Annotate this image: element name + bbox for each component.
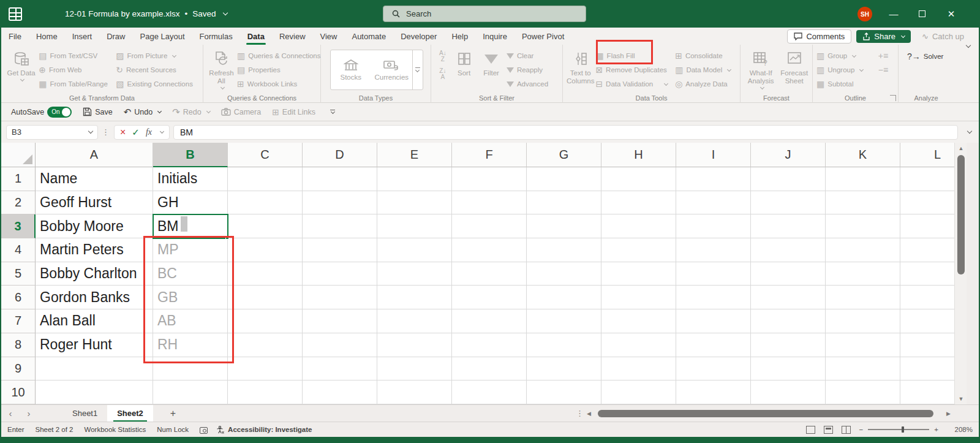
tab-file[interactable]: File — [1, 28, 29, 45]
cell-F10[interactable] — [452, 381, 527, 404]
cell-C7[interactable] — [228, 309, 303, 333]
cell-D3[interactable] — [303, 214, 377, 238]
cell-H4[interactable] — [601, 238, 676, 262]
next-sheet-arrow[interactable]: › — [20, 408, 38, 418]
cell-K5[interactable] — [826, 262, 900, 286]
cell-F7[interactable] — [452, 309, 527, 333]
consolidate-button[interactable]: ⊞Consolidate — [675, 50, 737, 61]
cell-K8[interactable] — [826, 333, 900, 357]
cell-F8[interactable] — [452, 333, 527, 357]
row-header-2[interactable]: 2 — [1, 191, 36, 215]
cell-J2[interactable] — [751, 191, 826, 215]
tab-review[interactable]: Review — [272, 28, 313, 45]
cell-F6[interactable] — [452, 286, 527, 309]
normal-view-button[interactable] — [806, 426, 815, 434]
tab-insert[interactable]: Insert — [65, 28, 100, 45]
cell-L9[interactable] — [900, 357, 954, 381]
cell-L5[interactable] — [900, 262, 954, 286]
cell-B9[interactable] — [153, 357, 228, 381]
cell-L6[interactable] — [900, 286, 954, 309]
close-button[interactable]: ✕ — [937, 0, 965, 28]
from-picture-button[interactable]: ▨From Picture — [116, 50, 200, 61]
cell-J4[interactable] — [751, 238, 826, 262]
cell-L3[interactable] — [900, 214, 954, 238]
zoom-slider[interactable]: − + — [859, 426, 938, 433]
from-text-csv-button[interactable]: ▤From Text/CSV — [39, 50, 115, 61]
sheet-count-indicator[interactable]: Sheet 2 of 2 — [36, 426, 74, 433]
qat-overflow-button[interactable] — [330, 110, 335, 114]
cell-A4[interactable]: Martin Peters — [36, 238, 153, 262]
horizontal-scrollbar[interactable]: ◀ ▶ — [587, 409, 954, 418]
cell-A7[interactable]: Alan Ball — [36, 309, 153, 333]
cell-I3[interactable] — [676, 214, 751, 238]
cell-L10[interactable] — [900, 381, 954, 404]
cell-G3[interactable] — [527, 214, 601, 238]
cell-E2[interactable] — [377, 191, 452, 215]
scroll-left-arrow[interactable]: ◀ — [587, 411, 595, 417]
share-button[interactable]: Share — [856, 30, 911, 43]
scrollbar-resize-handle[interactable]: ⋮ — [576, 409, 584, 418]
from-web-button[interactable]: ⊕From Web — [39, 64, 115, 75]
cancel-entry-button[interactable]: × — [120, 127, 126, 138]
subtotal-button[interactable]: ▦Subtotal — [816, 78, 873, 89]
cell-D9[interactable] — [303, 357, 377, 381]
cell-B6[interactable]: GB — [153, 286, 228, 309]
what-if-analysis-button[interactable]: ? What-If Analysis — [744, 48, 777, 89]
tab-developer[interactable]: Developer — [393, 28, 444, 45]
data-types-more-button[interactable] — [412, 50, 423, 89]
row-header-6[interactable]: 6 — [1, 286, 36, 309]
zoom-percentage[interactable]: 208% — [947, 426, 973, 433]
currencies-button[interactable]: Currencies — [371, 50, 412, 89]
search-box[interactable] — [383, 6, 586, 22]
formula-input[interactable]: BM — [173, 125, 958, 140]
cell-G1[interactable] — [527, 167, 601, 191]
cell-I4[interactable] — [676, 238, 751, 262]
cell-E5[interactable] — [377, 262, 452, 286]
cell-B10[interactable] — [153, 381, 228, 404]
search-input[interactable] — [406, 9, 559, 18]
recent-sources-button[interactable]: ↻Recent Sources — [116, 64, 200, 75]
row-header-9[interactable]: 9 — [1, 357, 36, 381]
save-button[interactable]: Save — [83, 107, 113, 116]
cell-G10[interactable] — [527, 381, 601, 404]
tab-data[interactable]: Data — [240, 28, 272, 45]
column-header-E[interactable]: E — [377, 143, 452, 167]
cell-G5[interactable] — [527, 262, 601, 286]
macro-record-icon[interactable] — [200, 427, 208, 434]
clear-filter-button[interactable]: Clear — [507, 50, 560, 61]
cell-L8[interactable] — [900, 333, 954, 357]
from-table-range-button[interactable]: ▦From Table/Range — [39, 78, 115, 89]
zoom-in-button[interactable]: + — [934, 426, 938, 433]
ungroup-button[interactable]: ▥Ungroup — [816, 64, 873, 75]
cell-D2[interactable] — [303, 191, 377, 215]
cell-D4[interactable] — [303, 238, 377, 262]
properties-button[interactable]: ▤Properties — [237, 64, 318, 75]
formula-bar-drag-handle[interactable]: ⋮ — [102, 127, 110, 137]
forecast-sheet-button[interactable]: Forecast Sheet — [778, 48, 810, 85]
text-to-columns-button[interactable]: Text to Columns — [567, 48, 594, 85]
cell-J10[interactable] — [751, 381, 826, 404]
column-header-K[interactable]: K — [826, 143, 900, 167]
cell-H9[interactable] — [601, 357, 676, 381]
cell-I1[interactable] — [676, 167, 751, 191]
data-model-button[interactable]: ▥Data Model — [675, 64, 737, 75]
zoom-out-button[interactable]: − — [859, 426, 864, 433]
flash-fill-button[interactable]: ▦Flash Fill — [595, 50, 674, 61]
cell-D1[interactable] — [303, 167, 377, 191]
advanced-filter-button[interactable]: Advanced — [507, 78, 560, 89]
cell-A1[interactable]: Name — [36, 167, 153, 191]
column-header-D[interactable]: D — [303, 143, 377, 167]
cell-K10[interactable] — [826, 381, 900, 404]
cell-B2[interactable]: GH — [153, 191, 228, 215]
column-header-J[interactable]: J — [751, 143, 826, 167]
cell-G6[interactable] — [527, 286, 601, 309]
tab-help[interactable]: Help — [444, 28, 475, 45]
comments-button[interactable]: Comments — [787, 29, 851, 44]
insert-function-chevron-icon[interactable] — [160, 129, 164, 134]
tab-draw[interactable]: Draw — [99, 28, 132, 45]
stocks-button[interactable]: Stocks — [331, 50, 372, 89]
page-layout-view-button[interactable] — [824, 426, 833, 434]
column-header-C[interactable]: C — [228, 143, 303, 167]
cell-C10[interactable] — [228, 381, 303, 404]
cell-J1[interactable] — [751, 167, 826, 191]
